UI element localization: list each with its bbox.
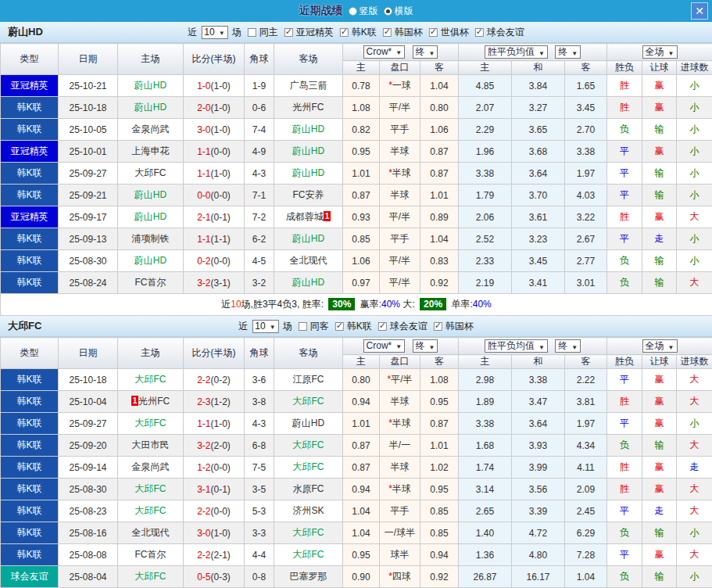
away-team: 光州FC	[274, 97, 343, 119]
odds-away: 0.85	[420, 500, 459, 522]
handicap-text: 平/半	[391, 374, 412, 385]
home-team: 金泉尚武	[118, 119, 184, 141]
filter-bar: 近10场同客韩K联球会友谊韩国杯	[238, 320, 473, 333]
avg-select[interactable]: 胜平负均值	[485, 339, 548, 353]
league-checkbox-4[interactable]	[475, 28, 484, 37]
corner-score: 0-8	[245, 566, 274, 588]
halftime-score: (0-0)	[211, 462, 231, 473]
home-team: 蔚山HD	[118, 185, 184, 206]
result-goals: 小	[677, 185, 712, 206]
fulltime-select[interactable]: 全场	[642, 339, 678, 353]
league-checkbox-0[interactable]	[335, 322, 344, 331]
odds-home: 0.87	[343, 457, 380, 479]
summary-big-label: 大:	[400, 299, 417, 310]
table-row: 韩K联25-09-20大田市民3-2(2-0)6-8大邱FC0.87半/一1.0…	[1, 435, 712, 457]
radio-vertical-label: 竖版	[360, 5, 378, 18]
result-wdl: 负	[607, 566, 642, 588]
close-button[interactable]	[691, 2, 708, 20]
away-team: 蔚山HD	[274, 228, 343, 250]
score-cell: 3-2(2-0)	[184, 435, 245, 457]
bookmaker-select[interactable]: Crow*	[363, 339, 406, 353]
fulltime-score: 1-1	[197, 168, 210, 179]
avg-draw-odds: 3.38	[512, 369, 565, 391]
result-goals: 小	[677, 97, 712, 119]
away-team-name: 成都蓉城	[286, 211, 324, 222]
result-handicap: 输	[642, 250, 677, 272]
col-corner: 角球	[245, 338, 274, 369]
handicap-text: 平手	[391, 505, 410, 516]
result-goals: 小	[677, 413, 712, 435]
home-team: 蔚山HD	[118, 206, 184, 228]
avg-home-odds: 1.40	[459, 522, 512, 544]
result-handicap: 赢	[642, 97, 677, 119]
avg-away-odds: 4.03	[565, 185, 607, 206]
radio-horizontal-icon[interactable]	[384, 7, 392, 16]
home-team-name: 大邱FC	[135, 374, 166, 385]
result-wdl: 平	[607, 369, 642, 391]
league-checkbox-0[interactable]	[284, 28, 293, 37]
handicap-text: 平/半	[389, 102, 410, 113]
avg-away-odds: 1.97	[565, 413, 607, 435]
league-checkbox-2[interactable]	[383, 28, 392, 37]
fulltime-score: 1-1	[197, 146, 210, 157]
final-odds-select[interactable]: 终	[413, 45, 438, 59]
league-checkbox-2[interactable]	[434, 322, 442, 331]
filter-near-label: 近	[188, 26, 197, 39]
result-wdl: 胜	[607, 75, 642, 97]
away-team-name: 蔚山HD	[292, 145, 324, 156]
avg-away-odds: 2.09	[565, 479, 607, 500]
handicap-text: 半球	[392, 483, 411, 494]
table-row: 韩K联25-09-27大邱FC1-1(1-0)4-3蔚山HD1.01*半球0.8…	[1, 163, 712, 185]
bookmaker-select[interactable]: Crow*	[363, 45, 406, 59]
home-team: FC首尔	[118, 272, 184, 294]
col-odds-away: 客	[420, 61, 459, 75]
avg-draw-odds: 4.72	[512, 522, 565, 544]
home-team-name: 蔚山HD	[134, 255, 166, 266]
fulltime-select[interactable]: 全场	[642, 45, 678, 59]
home-team-name: 大邱FC	[135, 483, 166, 494]
avg-home-odds: 2.19	[459, 272, 512, 294]
home-team-name: 金泉尚武	[132, 461, 170, 472]
same-venue-checkbox[interactable]	[299, 322, 307, 331]
score-cell: 1-1(1-0)	[184, 413, 245, 435]
avg-away-odds: 1.65	[565, 75, 607, 97]
final-odds-select[interactable]: 终	[413, 339, 438, 353]
league-checkbox-3[interactable]	[429, 28, 438, 37]
away-team: 水原FC	[274, 479, 343, 500]
avg-select[interactable]: 胜平负均值	[485, 45, 548, 59]
score-cell: 1-1(1-0)	[184, 163, 245, 185]
halftime-score: (1-1)	[211, 234, 231, 245]
radio-horizontal-option[interactable]: 横版	[384, 5, 413, 18]
halftime-score: (0-0)	[211, 146, 231, 157]
fulltime-score: 2-1	[197, 212, 210, 223]
same-venue-checkbox[interactable]	[248, 28, 256, 37]
handicap-text: 平手	[391, 233, 410, 244]
away-team: 蔚山HD	[274, 119, 343, 141]
fulltime-score: 1-2	[197, 462, 210, 473]
avg-draw-odds: 3.39	[512, 500, 565, 522]
col-avg-away: 客	[565, 61, 607, 75]
home-team-name: 大邱FC	[135, 167, 166, 178]
league-checkbox-1[interactable]	[340, 28, 349, 37]
col-avg-away: 客	[565, 355, 607, 369]
odds-home: 0.94	[343, 479, 380, 500]
type-badge: 韩K联	[1, 479, 59, 500]
recent-count-select[interactable]: 10	[252, 320, 278, 333]
result-goals: 大	[677, 479, 712, 500]
avg-away-odds: 2.45	[565, 500, 607, 522]
table-row: 球会友谊25-08-04大邱FC0-5(0-3)0-8巴塞罗那0.90*四球0.…	[1, 566, 712, 588]
final-avg-select[interactable]: 终	[555, 45, 581, 59]
away-team-name: 蔚山HD	[292, 277, 324, 288]
odds-away: 0.92	[420, 272, 459, 294]
fulltime-score: 2-2	[197, 375, 210, 385]
close-icon	[695, 5, 704, 17]
avg-away-odds: 2.22	[565, 369, 607, 391]
recent-count-select[interactable]: 10	[201, 26, 227, 39]
radio-vertical-icon[interactable]	[349, 7, 357, 16]
final-avg-select[interactable]: 终	[555, 339, 581, 353]
handicap-line: *四球	[380, 566, 420, 588]
league-checkbox-1[interactable]	[378, 322, 387, 331]
summary-cell: 近10场,胜3平4负3, 胜率: 30% 赢率:40% 大: 20% 单率:40…	[1, 294, 712, 316]
handicap-text: 平/半	[389, 277, 410, 288]
radio-vertical-option[interactable]: 竖版	[349, 5, 378, 18]
